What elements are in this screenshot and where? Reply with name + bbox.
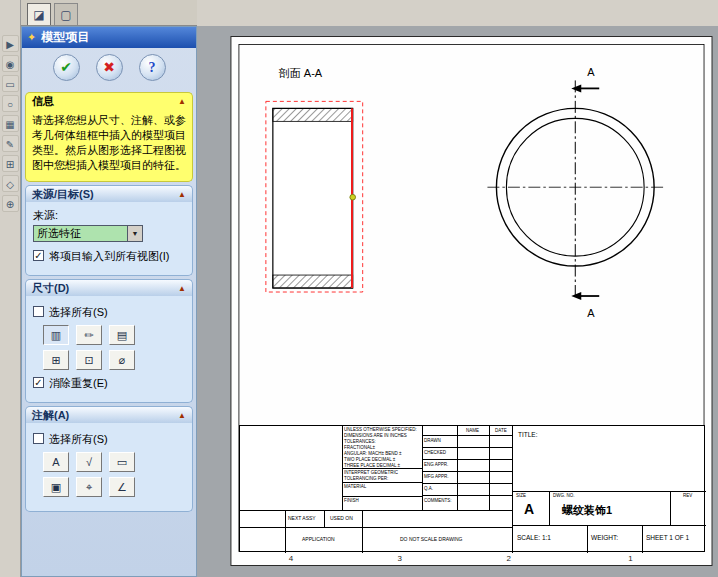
size-value: A <box>524 501 534 517</box>
annotations-select-all-label: 选择所有(S) <box>49 432 108 447</box>
property-manager-panel: ✦ 模型项目 ✔ ✖ ? 信息 ▲ 请选择您想从尺寸、注解、或参考几何体组框中插… <box>21 26 197 577</box>
geometric-tolerance-icon[interactable]: ▭ <box>109 452 135 472</box>
datum-target-icon[interactable]: ⌖ <box>76 477 102 497</box>
select-tool-icon[interactable]: ▶ <box>2 35 19 52</box>
used-on-label: USED ON <box>330 515 353 522</box>
diamond-tool-icon[interactable]: ◇ <box>2 175 19 192</box>
insert-tool-icon[interactable]: ⊕ <box>2 195 19 212</box>
approval-row-label: MFG APPR. <box>424 474 449 480</box>
model-items-icon: ✦ <box>27 31 36 44</box>
zone-number: 1 <box>628 555 633 564</box>
annotations-section-title: 注解(A) <box>32 408 69 423</box>
notes-icon[interactable]: A <box>43 452 69 472</box>
tolerance-dimension-icon[interactable]: ⊞ <box>43 350 69 370</box>
annotations-select-all-checkbox[interactable]: 选择所有(S) <box>33 432 185 447</box>
sheet-value: SHEET 1 OF 1 <box>646 534 689 542</box>
dimensions-icon-grid: ▥ ✏ ▤ ⊞ ⊡ ⌀ <box>43 325 185 370</box>
weld-symbol-icon[interactable]: ∠ <box>109 477 135 497</box>
size-label: SIZE <box>516 493 526 499</box>
dwg-no-value: 螺纹装饰1 <box>562 503 612 518</box>
eliminate-duplicates-checkbox[interactable]: ✓ 消除重复(E) <box>33 376 185 391</box>
panel-titlebar: ✦ 模型项目 <box>22 27 196 48</box>
checkbox-checked-icon: ✓ <box>33 377 44 388</box>
source-dropdown-value: 所选特征 <box>34 226 81 241</box>
eliminate-duplicates-label: 消除重复(E) <box>49 376 108 391</box>
checkbox-unchecked-icon <box>33 433 44 444</box>
do-not-scale-label: DO NOT SCALE DRAWING <box>400 536 463 543</box>
dropdown-arrow-icon[interactable]: ▼ <box>127 226 142 241</box>
material-label: MATERIAL <box>344 484 366 490</box>
section-marker-bottom: A <box>587 307 595 319</box>
reference-dimensions-icon[interactable]: ✏ <box>76 325 102 345</box>
spec-note: THREE PLACE DECIMAL ± <box>344 463 400 469</box>
section-outline[interactable] <box>273 108 353 288</box>
approval-row-label: CHECKED <box>424 450 446 456</box>
dimensions-section-header[interactable]: 尺寸(D) ▲ <box>25 279 193 296</box>
source-target-body: 来源: 所选特征 ▼ ✓ 将项目输入到所有视图(I) <box>25 202 193 276</box>
annotations-icon-grid: A √ ▭ ▣ ⌖ ∠ <box>43 452 185 497</box>
section-view[interactable] <box>266 101 363 292</box>
pm-action-buttons: ✔ ✖ ? <box>22 48 196 89</box>
annotations-body: 选择所有(S) A √ ▭ ▣ ⌖ ∠ <box>25 423 193 512</box>
edge-handle[interactable] <box>350 194 356 200</box>
dimensions-select-all-checkbox[interactable]: 选择所有(S) <box>33 305 185 320</box>
hole-wizard-profile-icon[interactable]: ⊡ <box>76 350 102 370</box>
panel-tabstrip: ◪ ▢ <box>21 0 197 26</box>
checkbox-unchecked-icon <box>33 306 44 317</box>
date-header: DATE <box>495 428 507 434</box>
import-to-all-views-checkbox[interactable]: ✓ 将项目输入到所有视图(I) <box>33 249 185 264</box>
rectangle-tool-icon[interactable]: ▭ <box>2 75 19 92</box>
name-header: NAME <box>466 428 479 434</box>
annotations-section-header[interactable]: 注解(A) ▲ <box>25 406 193 423</box>
sketch-tool-icon[interactable]: ✎ <box>2 135 19 152</box>
help-button[interactable]: ? <box>139 54 166 81</box>
datum-icon[interactable]: ▣ <box>43 477 69 497</box>
collapse-arrow-icon: ▲ <box>178 411 186 420</box>
section-marker-top: A <box>587 66 595 78</box>
approval-row-label: Q.A. <box>424 486 433 492</box>
grid-tool-icon[interactable]: ▦ <box>2 115 19 132</box>
weight-value: WEIGHT: <box>591 534 618 542</box>
title-block: UNLESS OTHERWISE SPECIFIED: DIMENSIONS A… <box>239 425 705 552</box>
surface-finish-icon[interactable]: √ <box>76 452 102 472</box>
approval-row-label: COMMENTS: <box>424 498 452 504</box>
hole-callout-icon[interactable]: ⌀ <box>109 350 135 370</box>
dimensions-body: 选择所有(S) ▥ ✏ ▤ ⊞ ⊡ ⌀ ✓ 消除重复(E) <box>25 296 193 403</box>
circle-tool-icon[interactable]: ◉ <box>2 55 19 72</box>
hatch-bottom-wall[interactable] <box>273 275 353 288</box>
instance-count-icon[interactable]: ▤ <box>109 325 135 345</box>
scale-value: SCALE: 1:1 <box>517 534 551 542</box>
source-label: 来源: <box>33 208 185 223</box>
title-label: TITLE: <box>518 431 538 439</box>
zone-number: 3 <box>398 555 403 564</box>
panel-title: 模型项目 <box>41 29 89 46</box>
next-assy-label: NEXT ASSY <box>288 515 316 522</box>
application-label: APPLICATION <box>302 536 335 543</box>
source-dropdown[interactable]: 所选特征 ▼ <box>33 225 143 242</box>
collapse-arrow-icon: ▲ <box>178 97 186 106</box>
ellipse-tool-icon[interactable]: ○ <box>2 95 19 112</box>
interpret-note: TOLERANCING PER: <box>344 476 388 482</box>
property-manager-tab-icon: ◪ <box>33 8 44 22</box>
left-toolbar: ▶ ◉ ▭ ○ ▦ ✎ ⊞ ◇ ⊕ <box>0 0 21 577</box>
document-tab[interactable]: ▢ <box>54 3 78 25</box>
collapse-arrow-icon: ▲ <box>178 284 186 293</box>
source-target-section-title: 来源/目标(S) <box>32 187 94 202</box>
zone-number: 2 <box>506 555 511 564</box>
checkbox-checked-icon: ✓ <box>33 250 44 261</box>
drawing-viewport[interactable]: 4 3 2 1 剖面 A-A <box>197 26 718 577</box>
section-view-label: 剖面 A-A <box>279 67 323 79</box>
table-tool-icon[interactable]: ⊞ <box>2 155 19 172</box>
cancel-button[interactable]: ✖ <box>96 54 123 81</box>
hatch-top-wall[interactable] <box>273 108 353 121</box>
ok-button[interactable]: ✔ <box>53 54 80 81</box>
info-section-header[interactable]: 信息 ▲ <box>25 92 193 109</box>
marked-for-drawing-icon[interactable]: ▥ <box>43 325 69 345</box>
source-target-section-header[interactable]: 来源/目标(S) ▲ <box>25 185 193 202</box>
collapse-arrow-icon: ▲ <box>178 190 186 199</box>
zone-number: 4 <box>289 555 294 564</box>
property-manager-tab[interactable]: ◪ <box>27 3 51 25</box>
import-to-all-views-label: 将项目输入到所有视图(I) <box>49 249 169 264</box>
dwg-no-label: DWG. NO. <box>553 493 575 499</box>
info-message: 请选择您想从尺寸、注解、或参考几何体组框中插入的模型项目类型。然后从图形选择工程… <box>25 109 193 182</box>
